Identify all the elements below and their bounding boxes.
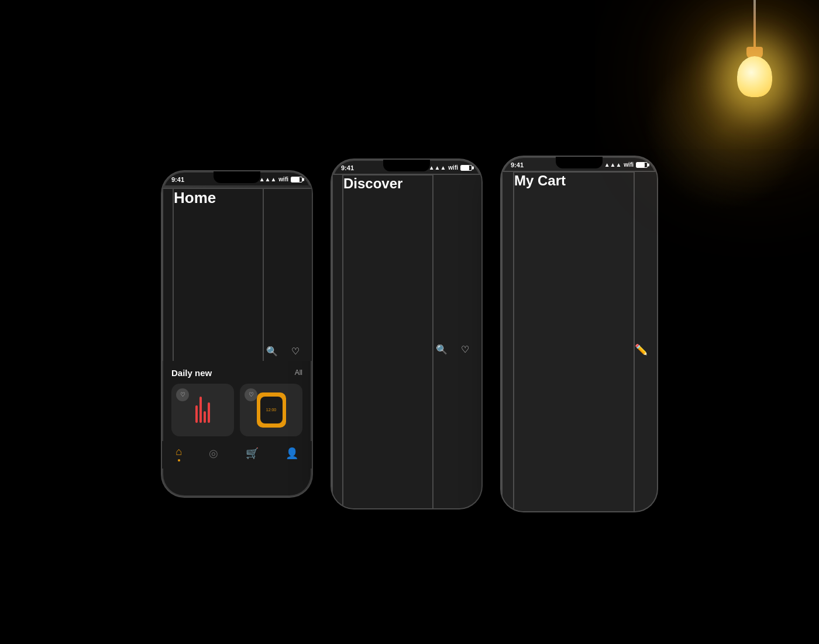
daily-header: Daily new All: [171, 368, 302, 378]
search-icon[interactable]: 🔍: [264, 343, 280, 360]
signal-icon-2: ▲▲▲: [429, 164, 446, 171]
battery-icon-3: [636, 162, 648, 168]
daily-all-link[interactable]: All: [295, 369, 302, 377]
daily-item-earphone[interactable]: ♡: [171, 384, 234, 436]
watch-screen: 12:00: [260, 397, 283, 423]
battery-icon: [291, 177, 302, 182]
daily-item-watch[interactable]: ♡ 12:00: [240, 384, 302, 436]
eq-bar-2: [199, 397, 202, 423]
signal-icon: ▲▲▲: [259, 176, 277, 182]
lightbulb-decoration: [737, 0, 772, 97]
wishlist-icon[interactable]: ♡: [287, 343, 304, 360]
discover-header-icons: 🔍 ♡: [433, 342, 473, 358]
nav-explore-1[interactable]: ◎: [209, 447, 218, 460]
status-time-3: 9:41: [511, 161, 524, 168]
phones-container: 9:41 ▲▲▲ wifi Home 🔍 ♡: [161, 156, 658, 512]
home-header: Home 🔍 ♡: [162, 188, 312, 361]
discover-search-icon[interactable]: 🔍: [433, 342, 450, 358]
cart-header: My Cart ✏️: [501, 171, 658, 512]
earphone-visual: [195, 397, 210, 423]
nav-home-1[interactable]: ⌂: [176, 446, 182, 462]
nav-dot-1: [178, 459, 180, 462]
status-icons-3: ▲▲▲ wifi: [604, 161, 648, 168]
notch-2: [383, 160, 430, 171]
phone-cart: 9:41 ▲▲▲ wifi My Cart ✏️: [500, 156, 658, 512]
wifi-icon-3: wifi: [624, 161, 634, 168]
discover-wishlist-icon[interactable]: ♡: [457, 342, 473, 358]
cart-nav-icon: 🛒: [246, 447, 259, 460]
notch-1: [214, 171, 260, 183]
explore-nav-icon: ◎: [209, 447, 218, 460]
daily-heart-1[interactable]: ♡: [176, 388, 189, 401]
discover-header: Discover 🔍 ♡: [332, 174, 483, 509]
wifi-icon-2: wifi: [448, 164, 458, 171]
status-time-1: 9:41: [171, 176, 184, 183]
bulb-glass: [737, 56, 772, 97]
eq-bar-3: [204, 411, 206, 423]
notch-3: [556, 157, 603, 168]
daily-grid: ♡ ♡ 12:00: [171, 384, 302, 436]
nav-cart-1[interactable]: 🛒: [246, 447, 259, 460]
nav-profile-1[interactable]: 👤: [285, 447, 298, 460]
eq-bar-1: [195, 405, 198, 423]
watch-visual: 12:00: [257, 392, 286, 428]
wifi-icon: wifi: [278, 176, 288, 182]
daily-new-title: Daily new: [171, 368, 212, 378]
signal-icon-3: ▲▲▲: [604, 161, 622, 168]
status-time-2: 9:41: [341, 164, 354, 171]
profile-nav-icon: 👤: [285, 447, 298, 460]
hero-section: Home 🔍 ♡: [162, 185, 312, 361]
cart-title: My Cart: [513, 171, 635, 512]
bulb-cord: [753, 0, 756, 47]
home-header-icons: 🔍 ♡: [264, 343, 304, 360]
bulb-glow: [644, 47, 807, 211]
bottom-nav-1: ⌂ ◎ 🛒 👤: [162, 441, 312, 469]
home-nav-icon: ⌂: [176, 446, 182, 458]
phone-home: 9:41 ▲▲▲ wifi Home 🔍 ♡: [161, 170, 313, 498]
daily-heart-2[interactable]: ♡: [245, 388, 257, 401]
status-icons-2: ▲▲▲ wifi: [429, 164, 472, 171]
phone-discover: 9:41 ▲▲▲ wifi Discover 🔍 ♡ All Airdot Ca…: [331, 159, 483, 509]
cart-edit-icon[interactable]: ✏️: [635, 342, 648, 358]
discover-title: Discover: [342, 174, 433, 509]
status-icons-1: ▲▲▲ wifi: [259, 176, 302, 182]
daily-new-section: Daily new All ♡ ♡: [162, 361, 312, 441]
battery-icon-2: [460, 165, 472, 171]
eq-bar-4: [208, 402, 210, 423]
home-title: Home: [173, 188, 264, 361]
